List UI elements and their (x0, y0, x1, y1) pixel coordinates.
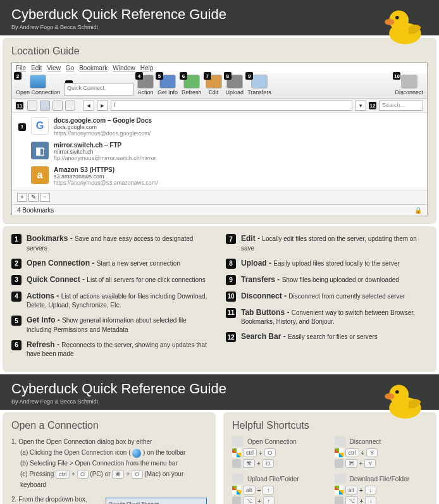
quick-connect-combo[interactable]: 3Quick Connect (64, 83, 133, 95)
legend-item: 12Search Bar - Easily search for files o… (226, 332, 428, 342)
tab-bonjour[interactable] (65, 101, 75, 111)
open-connection-section: Open a Connection 1. Open the Open Conne… (3, 412, 216, 504)
duck-logo (382, 3, 426, 47)
edit-bookmark-button[interactable]: ✎ (28, 193, 39, 202)
shortcuts-section: Helpful Shortcuts Open Connection ctrl +… (223, 412, 436, 504)
ftp-icon: ◧ (31, 142, 49, 159)
pathbar: 11 ◄ ► / ▾ 12 Search... (12, 99, 427, 113)
path-input[interactable]: / (111, 101, 352, 111)
open-connection-icon (132, 449, 141, 458)
mac-icon (232, 459, 241, 468)
windows-icon (335, 486, 343, 495)
shortcuts-heading: Helpful Shortcuts (232, 420, 428, 431)
action-button[interactable]: 4Action (137, 75, 154, 95)
upload-button[interactable]: 8Upload (226, 75, 244, 95)
nav-forward[interactable]: ► (97, 101, 108, 111)
legend-item: 9Transfers - Show files being uploaded o… (226, 275, 428, 285)
add-bookmark-button[interactable]: + (17, 193, 27, 202)
google-icon: G (31, 117, 49, 135)
legend-item: 3Quick Connect - List of all servers for… (11, 275, 213, 285)
mac-icon (335, 496, 343, 504)
legend-item: 5Get Info - Show general information abo… (11, 316, 213, 334)
windows-icon (335, 448, 343, 457)
mac-icon (232, 496, 241, 504)
search-input[interactable]: Search... (379, 101, 423, 111)
shortcut-item: Upload File/Folder alt + ↑ ⌥ + ↑ (232, 474, 326, 504)
duck-logo (382, 377, 426, 421)
bookmark-list: 1 G docs.google.com – Google Docsdocs.go… (12, 113, 427, 190)
s3-icon: a (31, 166, 49, 184)
get-info-button[interactable]: 5Get Info (158, 75, 178, 95)
lock-icon: 🔒 (414, 207, 422, 214)
nav-back[interactable]: ◄ (83, 101, 94, 111)
bookmark-item[interactable]: ◧ mirror.switch.ch – FTPmirror.switch.ch… (12, 139, 427, 164)
page-header-2: Cyberduck Quick Reference Guide By Andre… (0, 374, 439, 410)
disconnect-button[interactable]: 10Disconnect (395, 75, 423, 95)
page-title: Cyberduck Quick Reference Guide (11, 6, 428, 23)
windows-icon (232, 448, 241, 457)
legend-item: 11Tab Buttons - Convenient way to switch… (226, 308, 428, 326)
mac-icon (335, 459, 343, 468)
legend-item: 10Disconnect - Disconnect from currently… (226, 292, 428, 302)
legend-item: 2Open Connection - Start a new server co… (11, 259, 213, 269)
page-title: Cyberduck Quick Reference Guide (11, 381, 428, 397)
byline: By Andrew Fogo & Becca Schmidt (11, 398, 428, 405)
legend-section: 1Bookmarks - Save and have easy access t… (3, 226, 436, 372)
legend-item: 8Upload - Easily upload files stored loc… (226, 259, 428, 269)
connection-steps: 1. Open the Open Connection dialog box b… (11, 436, 207, 504)
page-header-1: Cyberduck Quick Reference Guide By Andre… (0, 0, 439, 35)
legend-item: 1Bookmarks - Save and have easy access t… (11, 234, 213, 252)
windows-icon (232, 486, 241, 495)
shortcut-item: Disconnect ctrl + Y ⌘ + Y (335, 436, 428, 470)
shortcut-item: Download File/Folder alt + ↓ ⌥ + ↓ (335, 474, 428, 504)
open-connection-button[interactable]: 2Open Connection (16, 75, 60, 95)
tab-bookmarks[interactable] (40, 101, 50, 111)
tab-history[interactable] (53, 101, 63, 111)
legend-item: 4Actions - List of actions available for… (11, 292, 213, 310)
legend-item: 6Refresh - Reconnects to the server, sho… (11, 340, 213, 359)
statusbar: 4 Bookmarks 🔒 (12, 204, 427, 216)
bookmark-footer: + ✎ − (12, 190, 427, 204)
app-window: FileEditViewGoBookmarkWindowHelp 2Open C… (11, 62, 428, 216)
legend-item: 7Edit - Locally edit files stored on the… (226, 234, 428, 252)
protocol-dropdown: Google Cloud Storage FTP (File Transfer … (106, 498, 207, 504)
refresh-button[interactable]: 6Refresh (182, 75, 202, 95)
byline: By Andrew Fogo & Becca Schmidt (11, 24, 428, 30)
menubar[interactable]: FileEditViewGoBookmarkWindowHelp (12, 63, 427, 73)
bookmark-item[interactable]: 1 G docs.google.com – Google Docsdocs.go… (12, 114, 427, 139)
location-guide-heading: Location Guide (11, 46, 428, 57)
transfers-button[interactable]: 9Transfers (247, 75, 271, 95)
bookmark-item[interactable]: a Amazon S3 (HTTPS)s3.amazonaws.comhttps… (12, 164, 427, 188)
tab-browser[interactable] (27, 101, 37, 111)
toolbar: 2Open Connection 3Quick Connect 4Action … (12, 73, 427, 99)
edit-button[interactable]: 7Edit (206, 75, 222, 95)
shortcut-item: Open Connection ctrl + O ⌘ + O (232, 436, 326, 470)
location-guide-section: Location Guide FileEditViewGoBookmarkWin… (3, 38, 436, 224)
path-dropdown[interactable]: ▾ (355, 101, 366, 111)
remove-bookmark-button[interactable]: − (40, 193, 50, 202)
open-connection-heading: Open a Connection (11, 420, 207, 431)
